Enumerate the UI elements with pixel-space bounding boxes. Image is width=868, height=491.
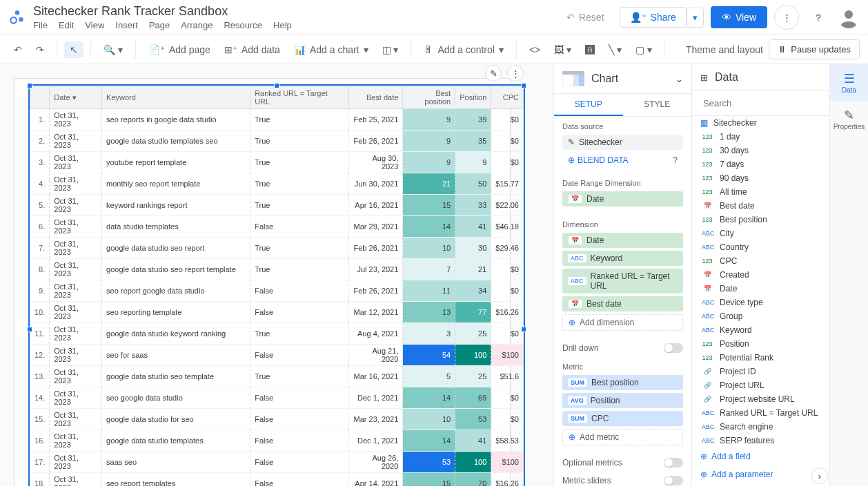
date-range-chip[interactable]: 📅Date bbox=[562, 191, 683, 206]
field-item[interactable]: ABCRanked URL = Target URL bbox=[692, 406, 829, 420]
image-button[interactable]: 🖼 ▾ bbox=[549, 41, 577, 58]
help-button[interactable]: ? bbox=[806, 5, 831, 30]
field-item[interactable]: 1237 days bbox=[692, 157, 829, 171]
edit-chart-button[interactable]: ✎ bbox=[485, 65, 502, 81]
add-dimension-button[interactable]: ⊕Add dimension bbox=[562, 314, 683, 331]
toggle-switch[interactable] bbox=[664, 343, 683, 353]
field-item[interactable]: 🔗Project website URL bbox=[692, 392, 829, 406]
user-avatar[interactable] bbox=[838, 6, 860, 28]
data-source-chip[interactable]: ✎Sitechecker bbox=[562, 135, 683, 150]
field-item[interactable]: ABCSERP features bbox=[692, 434, 829, 447]
optional-metrics-toggle[interactable]: Optional metrics bbox=[554, 454, 691, 472]
table-row[interactable]: 10.Oct 31, 2023seo reporting templateFal… bbox=[30, 302, 524, 323]
table-row[interactable]: 8.Oct 31, 2023google data studio seo rep… bbox=[30, 259, 524, 280]
table-row[interactable]: 3.Oct 31, 2023youtube report templateTru… bbox=[30, 152, 524, 173]
col-keyword[interactable]: Keyword bbox=[102, 86, 250, 109]
theme-layout-button[interactable]: Theme and layout bbox=[686, 44, 763, 55]
blend-data-button[interactable]: ⊕BLEND DATA? bbox=[562, 153, 683, 168]
table-row[interactable]: 5.Oct 31, 2023keyword rankings reportTru… bbox=[30, 195, 524, 216]
menu-help[interactable]: Help bbox=[273, 20, 292, 30]
zoom-dropdown[interactable]: 🔍 ▾ bbox=[98, 41, 128, 58]
field-item[interactable]: ABCGroup bbox=[692, 309, 829, 323]
table-row[interactable]: 11.Oct 31, 2023google data studio keywor… bbox=[30, 323, 524, 345]
table-row[interactable]: 2.Oct 31, 2023google data studio templat… bbox=[30, 131, 524, 152]
metric-cpc[interactable]: SUMCPC bbox=[562, 411, 683, 426]
add-chart-button[interactable]: 📊Add a chart ▾ bbox=[288, 41, 374, 58]
table-chart[interactable]: ✎ ⋮ Date ▾ Keyword Ranked URL = Target U… bbox=[28, 84, 525, 486]
chart-more-button[interactable]: ⋮ bbox=[507, 65, 524, 81]
field-item[interactable]: 123Position bbox=[692, 337, 829, 351]
add-control-button[interactable]: 🎚Add a control ▾ bbox=[418, 41, 509, 58]
menu-insert[interactable]: Insert bbox=[115, 20, 138, 30]
chart-type-dropdown[interactable]: ⌄ bbox=[675, 74, 683, 84]
more-options-button[interactable]: ⋮ bbox=[774, 5, 799, 30]
select-tool[interactable]: ↖ bbox=[64, 41, 83, 58]
table-row[interactable]: 15.Oct 31, 2023google data studio for se… bbox=[30, 409, 524, 430]
col-bestpos[interactable]: Best position bbox=[403, 86, 455, 109]
col-position[interactable]: Position bbox=[455, 86, 491, 109]
add-page-button[interactable]: 📄⁺Add page bbox=[143, 41, 216, 58]
document-title[interactable]: Sitechecker Rank Tracker Sandbox bbox=[33, 4, 558, 19]
menu-page[interactable]: Page bbox=[149, 20, 170, 30]
style-tab[interactable]: STYLE bbox=[623, 94, 692, 116]
shape-button[interactable]: ▢ ▾ bbox=[630, 41, 658, 58]
add-parameter-button[interactable]: ⊕Add a parameter bbox=[692, 465, 829, 483]
dim-keyword[interactable]: ABCKeyword bbox=[562, 251, 683, 266]
metric-bestpos[interactable]: SUMBest position bbox=[562, 375, 683, 390]
field-item[interactable]: 123All time bbox=[692, 185, 829, 199]
dim-date[interactable]: 📅Date bbox=[562, 233, 683, 248]
dim-ranked[interactable]: ABCRanked URL = Target URL bbox=[562, 269, 683, 293]
table-row[interactable]: 17.Oct 31, 2023saas seoFalseAug 26, 2020… bbox=[30, 452, 524, 473]
table-row[interactable]: 1.Oct 31, 2023seo reports in google data… bbox=[30, 109, 524, 131]
community-viz-button[interactable]: ◫ ▾ bbox=[377, 41, 404, 58]
line-button[interactable]: ╲ ▾ bbox=[603, 41, 627, 58]
field-item[interactable]: 12330 days bbox=[692, 144, 829, 157]
field-item[interactable]: 1231 day bbox=[692, 130, 829, 144]
field-item[interactable]: 🔗Project ID bbox=[692, 365, 829, 378]
redo-button[interactable]: ↷ bbox=[30, 41, 50, 58]
view-button[interactable]: 👁View bbox=[711, 6, 767, 28]
table-chart-type-icon[interactable] bbox=[562, 71, 584, 86]
col-bestdate[interactable]: Best date bbox=[349, 86, 403, 109]
help-icon[interactable]: ? bbox=[673, 155, 678, 165]
table-row[interactable]: 7.Oct 31, 2023google data studio seo rep… bbox=[30, 238, 524, 259]
table-row[interactable]: 12.Oct 31, 2023seo for saasFalseAug 21, … bbox=[30, 345, 524, 366]
report-canvas[interactable]: ✎ ⋮ Date ▾ Keyword Ranked URL = Target U… bbox=[0, 64, 553, 486]
add-data-button[interactable]: ⊞⁺Add data bbox=[219, 41, 286, 58]
col-ranked[interactable]: Ranked URL = Target URL bbox=[250, 86, 349, 109]
metric-position[interactable]: AVGPosition bbox=[562, 393, 683, 408]
pause-updates-button[interactable]: ⏸Pause updates bbox=[769, 39, 860, 59]
menu-file[interactable]: File bbox=[33, 20, 48, 30]
table-row[interactable]: 18.Oct 31, 2023seo report templatesFalse… bbox=[30, 473, 524, 487]
share-button[interactable]: 👤⁺Share bbox=[620, 7, 687, 28]
text-button[interactable]: 🅰 bbox=[580, 41, 600, 58]
menu-view[interactable]: View bbox=[85, 20, 104, 30]
table-row[interactable]: 6.Oct 31, 2023data studio templatesFalse… bbox=[30, 216, 524, 238]
field-item[interactable]: 123CPC bbox=[692, 254, 829, 268]
field-item[interactable]: 12390 days bbox=[692, 171, 829, 185]
table-row[interactable]: 13.Oct 31, 2023google data studio seo te… bbox=[30, 366, 524, 387]
drill-down-toggle[interactable]: Drill down bbox=[554, 339, 691, 357]
embed-button[interactable]: <> bbox=[524, 41, 546, 58]
rail-properties-tab[interactable]: ✎Properties bbox=[830, 101, 868, 137]
rail-data-tab[interactable]: ☰Data bbox=[830, 64, 868, 101]
toggle-switch[interactable] bbox=[664, 476, 683, 485]
field-item[interactable]: ABCSearch engine bbox=[692, 420, 829, 434]
menu-edit[interactable]: Edit bbox=[59, 20, 74, 30]
field-item[interactable]: 📅Best date bbox=[692, 199, 829, 213]
field-item[interactable]: 123Potential Rank bbox=[692, 351, 829, 365]
data-source-name[interactable]: ▦Sitechecker bbox=[692, 116, 829, 130]
menu-arrange[interactable]: Arrange bbox=[181, 20, 213, 30]
menu-resource[interactable]: Resource bbox=[224, 20, 262, 30]
add-field-button[interactable]: ⊕Add a field bbox=[692, 447, 829, 465]
field-item[interactable]: ABCKeyword bbox=[692, 323, 829, 337]
field-item[interactable]: 🔗Project URL bbox=[692, 378, 829, 392]
table-row[interactable]: 4.Oct 31, 2023monthly seo report templat… bbox=[30, 173, 524, 195]
undo-button[interactable]: ↶ bbox=[8, 41, 28, 58]
expand-panel-button[interactable]: › bbox=[811, 468, 828, 484]
field-item[interactable]: ABCDevice type bbox=[692, 296, 829, 309]
setup-tab[interactable]: SETUP bbox=[554, 94, 623, 116]
field-item[interactable]: ABCCountry bbox=[692, 240, 829, 254]
col-date[interactable]: Date ▾ bbox=[50, 86, 102, 109]
field-item[interactable]: 123Best position bbox=[692, 213, 829, 227]
